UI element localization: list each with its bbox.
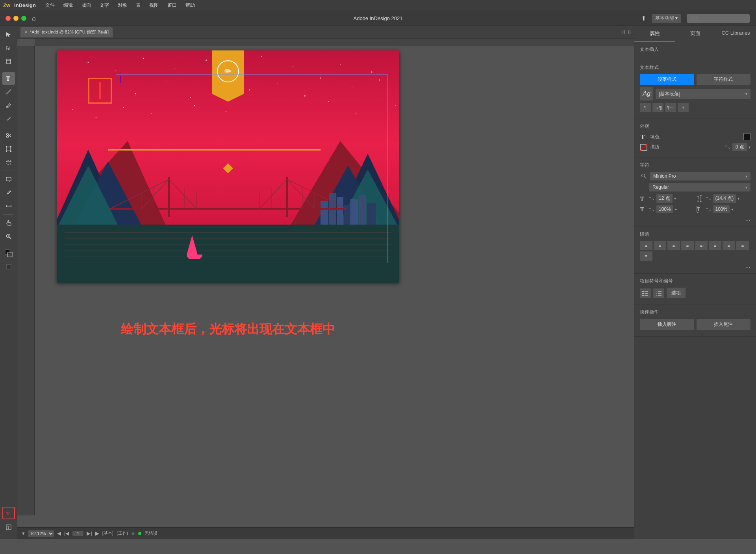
zoom-tool[interactable] (2, 230, 15, 243)
prev-page-btn[interactable]: ◀ (57, 530, 61, 536)
align-right-btn[interactable]: ≡ (667, 241, 680, 250)
note-tool[interactable] (2, 173, 15, 186)
minimize-button[interactable] (13, 16, 19, 21)
align-justify4-btn[interactable]: ≡ (723, 241, 735, 250)
menu-edit[interactable]: 编辑 (59, 1, 77, 10)
insert-footnote-btn[interactable]: 插入脚注 (640, 319, 694, 330)
document-tab[interactable]: ✕ *Add_text.indd @ 82% [GPU 预览] [转换] (20, 27, 113, 37)
document-canvas[interactable]: ✏ (57, 50, 399, 307)
font-size-value[interactable]: 12 点 (656, 194, 673, 203)
banner-flag: ✏ (212, 50, 244, 102)
fill-swatch[interactable] (743, 133, 750, 140)
pen-tool[interactable] (2, 99, 15, 112)
svg-point-57 (123, 107, 124, 108)
menu-view[interactable]: 视图 (145, 1, 163, 10)
align-justify2-btn[interactable]: ≡ (695, 241, 708, 250)
menu-file[interactable]: 文件 (41, 1, 59, 10)
fill-stroke-tool[interactable] (2, 247, 15, 260)
leading-spinner[interactable]: ⌃⌄ (705, 196, 712, 201)
svg-point-36 (143, 58, 144, 59)
align-right2-btn[interactable]: ≡ (736, 241, 749, 250)
align-center-btn[interactable]: ≡ (654, 241, 666, 250)
pencil-tool[interactable] (2, 112, 15, 125)
canvas-scroll[interactable]: ✏ (17, 39, 634, 527)
menu-help[interactable]: 帮助 (182, 1, 199, 10)
tab-close-icon[interactable]: ✕ (24, 30, 28, 34)
first-page-btn[interactable]: |◀ (64, 530, 69, 536)
scissors-tool[interactable] (2, 129, 15, 142)
direct-selection-tool[interactable] (2, 42, 15, 54)
scalev-spinner[interactable]: ⌃⌄ (705, 207, 712, 212)
font-style-select[interactable]: Regular ▾ (649, 183, 750, 191)
zoom-select[interactable]: 82.12% (28, 530, 54, 537)
stroke-up-down[interactable]: ⌃⌄ (724, 145, 731, 150)
align-justify3-btn[interactable]: ≡ (709, 241, 721, 250)
error-status: 无错误 (145, 530, 158, 536)
page-input[interactable] (72, 531, 83, 536)
para-icon-1[interactable]: ¶ (640, 103, 651, 112)
type-tool[interactable]: T (2, 72, 15, 85)
close-button[interactable] (6, 16, 11, 21)
line-tool[interactable] (2, 86, 15, 98)
bullets-section: 项目符号和编号 1.2.3. 选项 (634, 274, 756, 305)
scalev-dropdown[interactable]: ▾ (731, 207, 733, 212)
scaleh-spinner[interactable]: ⌃⌄ (649, 207, 655, 212)
menu-layout[interactable]: 版面 (78, 1, 95, 10)
scale-v-value[interactable]: 100% (713, 205, 730, 213)
size-unit-dropdown[interactable]: ▾ (674, 196, 676, 201)
panel-collapse-right[interactable]: ⟩⟩ (628, 30, 631, 35)
last-page-btn[interactable]: ▶ (95, 530, 99, 536)
para-style-select[interactable]: [基本段落] ▾ (656, 89, 750, 99)
panel-tab-cc-libraries[interactable]: CC Libraries (715, 26, 756, 42)
frame-grid-tool[interactable]: T (2, 521, 15, 534)
numbered-list-btn[interactable]: 1.2.3. (653, 288, 664, 298)
scaleh-dropdown[interactable]: ▾ (675, 207, 677, 212)
para-icon-4[interactable]: + (678, 103, 689, 112)
menu-window[interactable]: 窗口 (163, 1, 181, 10)
bullets-options-btn[interactable]: 选项 (667, 288, 686, 298)
para-icon-2[interactable]: →¶ (652, 103, 663, 112)
stroke-value[interactable]: 0 点 (732, 143, 747, 151)
hand-tool[interactable] (2, 217, 15, 229)
stroke-dropdown[interactable]: ▾ (749, 145, 750, 149)
leading-value[interactable]: (14.4 点) (713, 194, 736, 203)
panel-tab-pages[interactable]: 页面 (675, 26, 715, 42)
svg-point-117 (642, 291, 644, 292)
menu-object[interactable]: 对象 (114, 1, 131, 10)
next-page-btn[interactable]: ▶| (87, 530, 92, 536)
panel-collapse-left[interactable]: ⟨⟨ (622, 30, 625, 35)
align-justify-btn[interactable]: ≡ (681, 241, 694, 250)
size-spinner[interactable]: ⌃⌄ (649, 196, 655, 201)
align-justify5-btn[interactable]: ≡ (640, 251, 652, 261)
measure-tool[interactable] (2, 200, 15, 212)
selection-tool[interactable] (2, 28, 15, 41)
menu-text[interactable]: 文字 (96, 1, 113, 10)
leading-dropdown[interactable]: ▾ (737, 196, 739, 201)
search-input[interactable] (687, 14, 750, 23)
para-style-btn[interactable]: 段落样式 (640, 74, 694, 85)
home-button[interactable]: ⌂ (32, 15, 36, 22)
bullet-list-btn[interactable] (640, 288, 651, 298)
zoom-down-btn[interactable]: ▾ (22, 530, 25, 536)
alignment-icons: ≡ ≡ ≡ ≡ ≡ ≡ ≡ ≡ ≡ (640, 241, 750, 261)
para-icon-3[interactable]: ¶← (665, 103, 676, 112)
eyedropper-tool[interactable] (2, 186, 15, 199)
char-more-btn[interactable]: ... (640, 216, 750, 223)
menu-table[interactable]: 表 (132, 1, 145, 10)
share-icon[interactable]: ⬆ (641, 15, 646, 22)
workspace-button[interactable]: 基本功能 ▾ (652, 14, 681, 23)
text-frame-tool-bottom[interactable]: T (2, 507, 15, 519)
crop-tool[interactable] (2, 156, 15, 169)
char-style-btn[interactable]: 字符样式 (697, 74, 751, 85)
preview-tool[interactable] (2, 260, 15, 273)
panel-tab-properties[interactable]: 属性 (634, 26, 675, 42)
svg-text:3.: 3. (656, 294, 658, 297)
maximize-button[interactable] (21, 16, 26, 21)
align-left-btn[interactable]: ≡ (640, 241, 652, 250)
insert-endnote-btn[interactable]: 插入尾注 (697, 319, 751, 330)
scale-h-value[interactable]: 100% (656, 205, 673, 213)
font-select[interactable]: Minion Pro ▾ (650, 172, 750, 180)
transform-tool[interactable] (2, 143, 15, 155)
para-more-btn[interactable]: ... (640, 262, 750, 270)
page-tool[interactable] (2, 55, 15, 68)
